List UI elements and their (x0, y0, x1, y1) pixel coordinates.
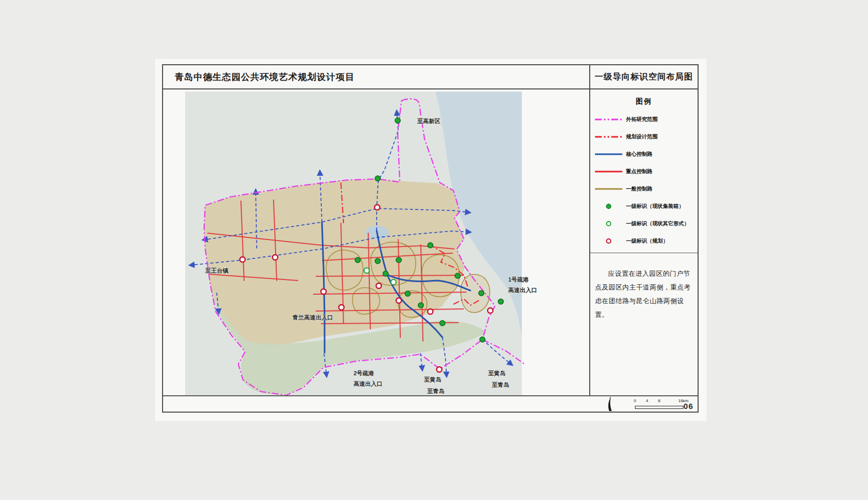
legend-panel: 图例 外拓研究范围规划设计范围核心控制路重点控制路一般控制路一级标识（现状集装箱… (590, 89, 698, 253)
plan-sheet: 青岛中德生态园公共环境艺术规划设计项目 一级导向标识空间布局图 (155, 59, 706, 421)
project-title: 青岛中德生态园公共环境艺术规划设计项目 (175, 71, 355, 83)
marker-red-open (376, 283, 381, 288)
marker-green-filled (498, 299, 503, 304)
legend-swatch-line (594, 187, 623, 191)
marker-red-open (339, 305, 344, 310)
marker-green-filled (479, 291, 484, 296)
marker-red-open (375, 205, 380, 210)
legend-marker-dot (606, 204, 611, 209)
marker-red-open (428, 309, 433, 314)
scale-tick: 4 (646, 398, 648, 403)
legend-item: 规划设计范围 (590, 128, 698, 145)
map-label: 2号疏港 (354, 369, 374, 377)
legend-label: 一般控制路 (626, 185, 652, 193)
legend-swatch-dot-open (594, 221, 623, 226)
marker-green-filled (375, 258, 380, 264)
marker-red-open (396, 298, 401, 303)
map-label: 高速出入口 (508, 286, 537, 294)
legend-item: 一级标识（规划） (590, 232, 698, 249)
scale-tick: 8 (658, 398, 660, 403)
desktop-background: 青岛中德生态园公共环境艺术规划设计项目 一级导向标识空间布局图 (0, 0, 868, 500)
footer-bar: 0 4 8 16km 06 (163, 395, 698, 412)
map-label: 高速出入口 (354, 380, 382, 388)
legend-item: 外拓研究范围 (590, 111, 698, 128)
scale-bar (635, 406, 683, 409)
marker-red-open (272, 255, 278, 260)
note-panel: 应设置在进入园区的门户节点及园区内主干道两侧，重点考虑在团结路与昆仑山路两侧设置… (590, 253, 698, 395)
map-label: 至黄岛 (488, 369, 506, 377)
marker-green-filled (440, 321, 445, 326)
legend-item: 一级标识（现状集装箱） (590, 197, 698, 215)
plan-map (163, 89, 589, 395)
legend-label: 规划设计范围 (626, 133, 658, 141)
legend-item: 核心控制路 (590, 145, 698, 163)
marker-green-open (391, 279, 396, 285)
marker-green-filled (405, 291, 410, 296)
drawing-title-cell: 一级导向标识空间布局图 (589, 65, 698, 88)
legend-item: 一般控制路 (590, 180, 698, 197)
marker-green-filled (455, 273, 460, 278)
page-number: 06 (683, 402, 693, 411)
legend-item: 重点控制路 (590, 163, 698, 180)
marker-green-filled (396, 257, 401, 263)
map-label: 青兰高速出入口 (292, 314, 333, 322)
sheet-frame: 青岛中德生态园公共环境艺术规划设计项目 一级导向标识空间布局图 (162, 64, 699, 413)
legend-swatch-dot-filled (594, 204, 623, 209)
marker-red-open (240, 257, 245, 262)
title-bar: 青岛中德生态园公共环境艺术规划设计项目 一级导向标识空间布局图 (163, 65, 698, 89)
north-arrow-icon (604, 397, 615, 412)
legend-swatch-line-dashdot (594, 117, 623, 122)
map-label: 至青岛 (427, 387, 445, 395)
legend-swatch-line (594, 152, 623, 156)
marker-green-filled (428, 243, 433, 248)
marker-green-filled (355, 257, 360, 263)
map-area: 至高新区至王台镇青兰高速出入口1号疏港高速出入口2号疏港高速出入口至黄岛至青岛至… (163, 89, 589, 395)
legend-swatch-dot-open (594, 238, 623, 244)
legend-label: 一级标识（规划） (626, 237, 668, 245)
legend-title: 图例 (590, 97, 698, 106)
project-title-cell: 青岛中德生态园公共环境艺术规划设计项目 (163, 65, 589, 88)
marker-green-filled (418, 303, 423, 308)
note-text: 应设置在进入园区的门户节点及园区内主干道两侧，重点考虑在团结路与昆仑山路两侧设置… (595, 267, 693, 322)
map-label: 至高新区 (417, 117, 440, 125)
legend-label: 一级标识（现状其它形式） (626, 220, 689, 227)
legend-label: 重点控制路 (626, 168, 652, 175)
sheet-body: 至高新区至王台镇青兰高速出入口1号疏港高速出入口2号疏港高速出入口至黄岛至青岛至… (163, 89, 698, 395)
drawing-title: 一级导向标识空间布局图 (595, 72, 693, 83)
map-label: 至黄岛 (424, 376, 441, 384)
marker-green-filled (480, 337, 485, 342)
marker-red-open (488, 308, 493, 313)
map-label: 至青岛 (492, 381, 509, 389)
legend-swatch-line-dashdot (594, 135, 623, 139)
marker-green-filled (375, 176, 380, 181)
marker-green-open (364, 268, 369, 273)
legend-rows: 外拓研究范围规划设计范围核心控制路重点控制路一般控制路一级标识（现状集装箱）一级… (590, 111, 698, 249)
side-panel: 图例 外拓研究范围规划设计范围核心控制路重点控制路一般控制路一级标识（现状集装箱… (589, 89, 698, 395)
legend-marker-dot (606, 238, 611, 244)
map-label: 1号疏港 (508, 276, 529, 284)
marker-green-filled (395, 118, 400, 123)
legend-item: 一级标识（现状其它形式） (590, 215, 698, 232)
legend-swatch-line (594, 169, 623, 174)
marker-red-open (321, 289, 326, 294)
legend-label: 核心控制路 (626, 151, 652, 158)
legend-label: 一级标识（现状集装箱） (626, 203, 684, 210)
map-label: 至王台镇 (205, 267, 228, 275)
marker-red-open (437, 367, 442, 372)
legend-label: 外拓研究范围 (626, 116, 658, 123)
scale-tick: 0 (634, 398, 636, 403)
legend-marker-dot (606, 221, 611, 226)
marker-green-filled (383, 271, 388, 276)
